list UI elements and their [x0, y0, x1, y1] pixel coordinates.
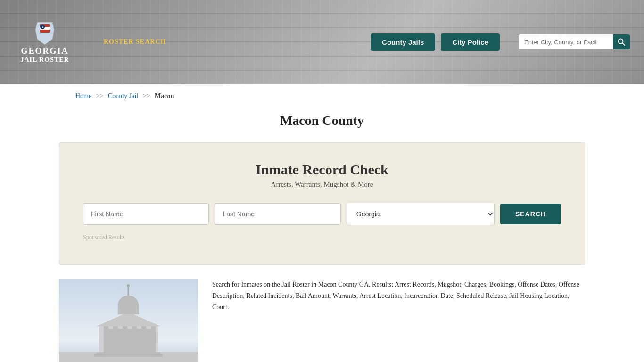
breadcrumb-county-jail[interactable]: County Jail: [108, 92, 138, 99]
first-name-input[interactable]: [83, 203, 209, 225]
page-title: Macon County: [0, 113, 644, 128]
page-title-section: Macon County: [0, 108, 644, 142]
record-check-section: Inmate Record Check Arrests, Warrants, M…: [59, 142, 585, 265]
sponsored-label: Sponsored Results: [83, 234, 561, 241]
svg-rect-11: [104, 324, 108, 354]
city-police-button[interactable]: City Police: [441, 33, 500, 51]
svg-rect-15: [141, 324, 146, 354]
courthouse-image: [59, 279, 198, 362]
logo-jailroster-text: JAIL ROSTER: [20, 56, 69, 63]
site-header: ★ GEORGIA JAIL ROSTER ROSTER SEARCH Coun…: [0, 0, 644, 84]
svg-rect-25: [94, 354, 163, 357]
bottom-section: Search for Inmates on the Jail Roster in…: [0, 265, 644, 362]
logo-georgia-text: GEORGIA: [21, 47, 68, 56]
site-logo[interactable]: ★ GEORGIA JAIL ROSTER: [14, 20, 75, 63]
svg-rect-10: [99, 326, 158, 354]
svg-point-19: [118, 296, 139, 314]
breadcrumb-current: Macon: [155, 92, 174, 99]
nav-buttons: County Jails City Police: [371, 33, 500, 51]
record-check-subtitle: Arrests, Warrants, Mugshot & More: [83, 181, 561, 189]
svg-rect-16: [151, 324, 156, 354]
svg-rect-9: [59, 352, 198, 362]
bottom-description: Search for Inmates on the Jail Roster in…: [212, 279, 585, 313]
svg-rect-22: [123, 340, 134, 354]
svg-rect-24: [97, 352, 160, 354]
breadcrumb-home[interactable]: Home: [75, 92, 91, 99]
breadcrumb: Home >> County Jail >> Macon: [0, 84, 644, 108]
last-name-input[interactable]: [215, 203, 340, 225]
header-search-bar: [519, 34, 630, 49]
header-search-input[interactable]: [519, 35, 613, 49]
svg-rect-13: [123, 324, 127, 354]
svg-rect-23: [124, 341, 133, 354]
county-jails-button[interactable]: County Jails: [371, 33, 435, 51]
svg-rect-3: [40, 30, 50, 33]
svg-point-21: [127, 284, 130, 287]
roster-search-link[interactable]: ROSTER SEARCH: [104, 38, 166, 46]
svg-rect-12: [113, 324, 118, 354]
record-check-form: Georgia Alabama Florida Tennessee South …: [83, 203, 561, 225]
svg-rect-14: [132, 324, 137, 354]
record-check-title: Inmate Record Check: [83, 162, 561, 178]
breadcrumb-sep2: >>: [143, 92, 150, 99]
record-search-button[interactable]: SEARCH: [500, 204, 561, 224]
state-select[interactable]: Georgia Alabama Florida Tennessee South …: [347, 203, 495, 225]
breadcrumb-sep1: >>: [96, 92, 104, 99]
svg-text:★: ★: [41, 26, 44, 29]
svg-line-7: [623, 43, 625, 46]
header-search-button[interactable]: [613, 34, 630, 49]
